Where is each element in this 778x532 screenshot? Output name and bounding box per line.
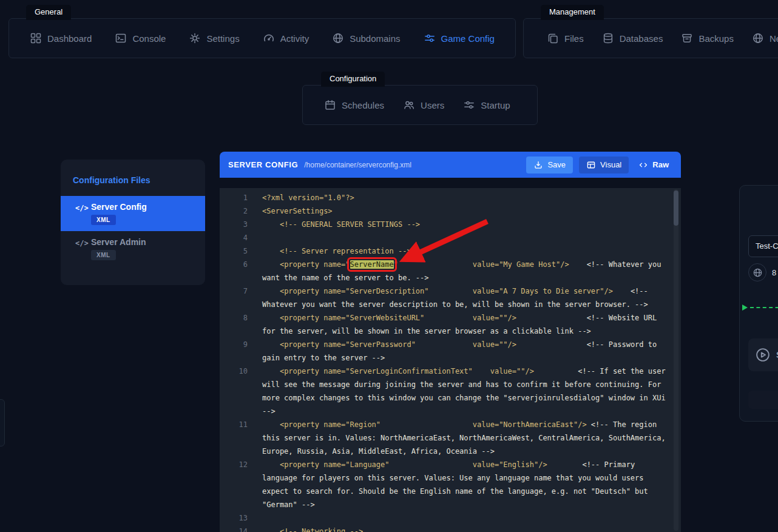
file-type-badge: XML bbox=[91, 250, 116, 260]
code-line: 9 <property name="ServerPassword" value=… bbox=[220, 338, 681, 365]
globe-icon bbox=[748, 263, 766, 281]
code-segment: <?xml version="1.0"?> bbox=[262, 194, 354, 202]
nav-item-label: Schedules bbox=[342, 100, 384, 110]
nav-item-startup[interactable]: Startup bbox=[463, 99, 510, 111]
code-text: <property name="ServerWebsiteURL" value=… bbox=[262, 311, 681, 338]
line-number: 7 bbox=[220, 285, 248, 311]
code-file-icon: </> bbox=[75, 239, 91, 247]
line-number: 14 bbox=[220, 525, 248, 532]
code-line: 3 <!-- GENERAL SERVER SETTINGS --> bbox=[220, 218, 681, 231]
code-segment: <property name="ServerDescription" value… bbox=[262, 287, 631, 295]
backups-icon bbox=[681, 32, 693, 44]
code-segment: <property name="Language" value="English… bbox=[262, 460, 582, 469]
calendar-icon bbox=[324, 99, 336, 111]
nav-item-users[interactable]: Users bbox=[403, 99, 444, 111]
code-text: <!-- Server representation --> bbox=[262, 244, 681, 258]
visual-button[interactable]: Visual bbox=[579, 157, 629, 173]
nav-item-label: Settings bbox=[206, 33, 239, 44]
code-text: <property name="ServerName" value="My Ga… bbox=[262, 258, 681, 285]
database-icon bbox=[602, 32, 614, 44]
file-item-server-config[interactable]: </> Server Config XML bbox=[61, 196, 205, 231]
console-icon bbox=[115, 32, 127, 44]
nav-group-configuration-label: Configuration bbox=[321, 72, 385, 87]
code-editor-lines: 1<?xml version="1.0"?>2<ServerSettings>3… bbox=[220, 191, 681, 532]
code-text: <property name="Region" value="NorthAmer… bbox=[262, 418, 681, 458]
line-number: 11 bbox=[220, 418, 248, 458]
code-editor[interactable]: 1<?xml version="1.0"?>2<ServerSettings>3… bbox=[220, 188, 681, 532]
start-button[interactable]: Start bbox=[748, 338, 778, 371]
code-text bbox=[262, 231, 681, 244]
raw-button[interactable]: Raw bbox=[635, 157, 672, 173]
dashboard-icon bbox=[30, 32, 42, 44]
green-triangle-icon bbox=[742, 305, 748, 311]
server-address-row: 8 bbox=[748, 263, 776, 281]
line-number: 3 bbox=[220, 218, 248, 231]
server-name-highlight: ServerName bbox=[350, 260, 394, 269]
code-segment: <!-- Networking --> bbox=[262, 527, 363, 532]
nav-item-dashboard[interactable]: Dashboard bbox=[30, 32, 92, 44]
line-number: 10 bbox=[220, 365, 248, 418]
sliders-icon bbox=[463, 99, 475, 111]
code-file-icon: </> bbox=[75, 204, 91, 212]
nav-item-schedules[interactable]: Schedules bbox=[324, 99, 384, 111]
line-number: 4 bbox=[220, 231, 248, 244]
code-text: <property name="Language" value="English… bbox=[262, 458, 681, 511]
globe-icon bbox=[332, 32, 344, 44]
timeline-marker bbox=[742, 305, 778, 311]
code-text: <ServerSettings> bbox=[262, 204, 681, 218]
code-line: 6 <property name="ServerName" value="My … bbox=[220, 258, 681, 285]
nav-item-activity[interactable]: Activity bbox=[263, 32, 310, 44]
nav-item-network[interactable]: Network bbox=[752, 32, 778, 44]
code-text: <?xml version="1.0"?> bbox=[262, 191, 681, 204]
server-name-field[interactable]: Test-C bbox=[748, 235, 778, 257]
editor-scrollbar-thumb[interactable] bbox=[674, 190, 678, 226]
server-address-text: 8 bbox=[772, 268, 776, 277]
code-line: 13 bbox=[220, 511, 681, 525]
nav-item-game-config[interactable]: Game Config bbox=[424, 32, 495, 44]
nav-item-label: Game Config bbox=[441, 33, 495, 44]
code-text: <property name="ServerPassword" value=""… bbox=[262, 338, 681, 365]
nav-item-backups[interactable]: Backups bbox=[681, 32, 734, 44]
file-name: Server Config bbox=[91, 202, 147, 212]
configuration-files-title: Configuration Files bbox=[61, 175, 205, 185]
nav-item-subdomains[interactable]: Subdomains bbox=[332, 32, 400, 44]
server-status-panel: Test-C 8 Start bbox=[739, 185, 778, 422]
code-line: 7 <property name="ServerDescription" val… bbox=[220, 285, 681, 311]
editor-title: SERVER CONFIG bbox=[228, 160, 298, 169]
nav-item-console[interactable]: Console bbox=[115, 32, 166, 44]
nav-group-general: General Dashboard Console Settings Activ… bbox=[8, 18, 516, 58]
users-icon bbox=[403, 99, 415, 111]
save-button[interactable]: Save bbox=[526, 157, 573, 173]
code-line: 14 <!-- Networking --> bbox=[220, 525, 681, 532]
code-segment: <property name=" bbox=[262, 260, 350, 269]
globe-icon bbox=[752, 32, 764, 44]
code-text bbox=[262, 511, 681, 525]
nav-item-settings[interactable]: Settings bbox=[189, 32, 239, 44]
line-number: 8 bbox=[220, 311, 248, 338]
code-segment: <ServerSettings> bbox=[262, 207, 333, 215]
nav-item-label: Startup bbox=[481, 100, 510, 110]
file-list: </> Server Config XML </> Server Admin X… bbox=[61, 196, 205, 266]
visual-icon bbox=[586, 160, 596, 170]
line-number: 9 bbox=[220, 338, 248, 365]
nav-item-databases[interactable]: Databases bbox=[602, 32, 663, 44]
editor-scrollbar-track[interactable] bbox=[674, 189, 678, 531]
nav-group-general-label: General bbox=[26, 5, 71, 20]
nav-group-management-label: Management bbox=[541, 5, 604, 20]
code-segment: <property name="ServerWebsiteURL" value=… bbox=[262, 314, 587, 322]
save-icon bbox=[533, 160, 543, 170]
line-number: 6 bbox=[220, 258, 248, 285]
play-icon bbox=[755, 347, 771, 363]
code-line: 11 <property name="Region" value="NorthA… bbox=[220, 418, 681, 458]
green-dashed-line bbox=[750, 307, 778, 308]
file-name: Server Admin bbox=[91, 237, 146, 247]
nav-group-configuration: Configuration Schedules Users Startup bbox=[302, 85, 538, 125]
code-line: 1<?xml version="1.0"?> bbox=[220, 191, 681, 204]
file-item-server-admin[interactable]: </> Server Admin XML bbox=[61, 231, 205, 266]
code-icon bbox=[638, 160, 648, 170]
nav-items-management: Files Databases Backups Network bbox=[524, 19, 778, 58]
nav-item-label: Backups bbox=[699, 33, 734, 44]
nav-item-files[interactable]: Files bbox=[547, 32, 584, 44]
line-number: 5 bbox=[220, 244, 248, 258]
nav-item-label: Network bbox=[770, 33, 778, 44]
